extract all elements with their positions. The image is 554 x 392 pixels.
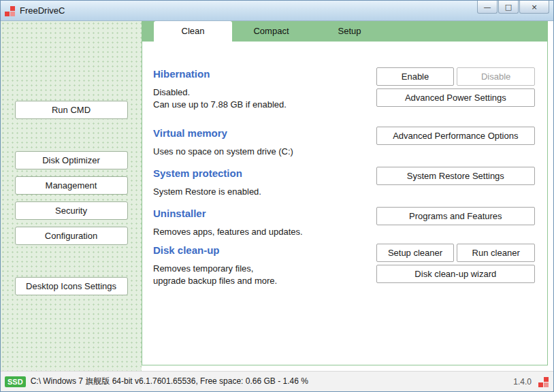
sidebar: Run CMD Disk Optimizer Management Securi… [1,21,142,371]
sidebar-button-management[interactable]: Management [15,176,128,195]
freedrivec-logo-icon [538,376,549,387]
run-cleaner-button[interactable]: Run cleaner [457,244,535,262]
hibernation-title: Hibernation [153,67,376,81]
disk-cleanup-wizard-button[interactable]: Disk clean-up wizard [376,265,535,283]
system-protection-status: System Restore is enabled. [153,186,376,198]
window-controls: — □ × [477,1,549,14]
advanced-performance-options-button[interactable]: Advanced Performance Options [376,127,535,145]
disk-cleanup-detail-1: Removes temporary files, [153,263,376,275]
app-window: FreeDriveC — □ × Run CMD Disk Optimizer … [0,0,554,392]
section-uninstaller: Uninstaller Removes apps, features and u… [153,207,535,238]
tab-compact[interactable]: Compact [232,21,310,42]
disk-cleanup-detail-2: upgrade backup files and more. [153,275,376,287]
sidebar-button-disk-optimizer[interactable]: Disk Optimizer [15,151,128,169]
section-system-protection: System protection System Restore is enab… [153,167,535,198]
title-bar: FreeDriveC — □ × [1,1,553,21]
system-protection-title: System protection [153,167,376,180]
uninstaller-title: Uninstaller [153,207,376,220]
section-disk-cleanup: Disk clean-up Removes temporary files, u… [153,244,535,287]
window-body: Run CMD Disk Optimizer Management Securi… [1,21,553,371]
hibernation-status: Disabled. [153,86,376,99]
virtual-memory-status: Uses no space on system drive (C:) [153,146,376,158]
system-restore-settings-button[interactable]: System Restore Settings [376,167,535,185]
enable-hibernation-button[interactable]: Enable [376,67,455,86]
clean-tab-panel: Hibernation Disabled. Can use up to 7.88… [142,42,548,365]
hibernation-detail: Can use up to 7.88 GB if enabled. [153,99,376,111]
system-info-text: C:\ Windows 7 旗舰版 64-bit v6.1.7601.65536… [31,376,514,387]
uninstaller-detail: Removes apps, features and updates. [153,226,376,238]
status-bar: SSD C:\ Windows 7 旗舰版 64-bit v6.1.7601.6… [1,371,553,391]
section-virtual-memory: Virtual memory Uses no space on system d… [153,127,535,158]
programs-and-features-button[interactable]: Programs and Features [376,207,535,225]
section-hibernation: Hibernation Disabled. Can use up to 7.88… [153,67,535,111]
window-title: FreeDriveC [20,5,477,16]
sidebar-button-security[interactable]: Security [15,201,128,220]
advanced-power-settings-button[interactable]: Advanced Power Settings [376,88,535,107]
sidebar-button-desktop-icons-settings[interactable]: Desktop Icons Settings [15,277,128,295]
tab-clean[interactable]: Clean [154,21,232,42]
tab-bar: Clean Compact Setup [142,21,548,42]
main-area: Clean Compact Setup Hibernation Disabled… [142,21,553,371]
virtual-memory-title: Virtual memory [153,127,376,140]
sidebar-button-configuration[interactable]: Configuration [15,227,128,245]
tab-setup[interactable]: Setup [310,21,389,42]
disable-hibernation-button: Disable [457,67,535,86]
ssd-badge: SSD [5,376,26,387]
sidebar-button-run-cmd[interactable]: Run CMD [15,101,128,119]
maximize-button[interactable]: □ [498,1,519,14]
version-label: 1.4.0 [513,377,532,387]
setup-cleaner-button[interactable]: Setup cleaner [376,244,455,262]
app-logo-icon [5,5,16,16]
minimize-button[interactable]: — [477,1,498,14]
close-button[interactable]: × [519,1,549,14]
disk-cleanup-title: Disk clean-up [153,244,376,257]
